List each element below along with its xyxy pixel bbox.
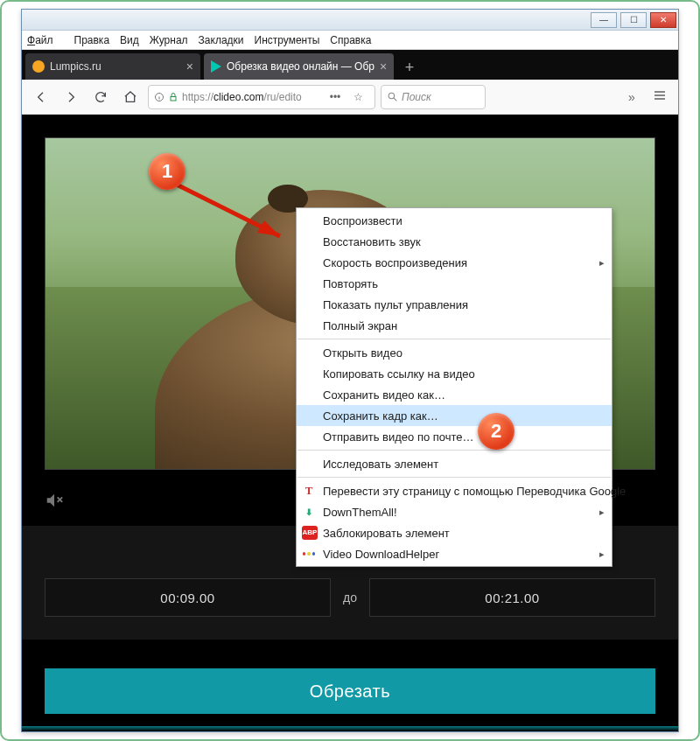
menu-history[interactable]: Журнал [150, 34, 188, 46]
context-menu-item[interactable]: Video DownloadHelper [297, 543, 612, 564]
new-tab-button[interactable]: + [397, 55, 422, 80]
menu-bar: Файл Правка Вид Журнал Закладки Инструме… [22, 31, 678, 50]
hamburger-menu-button[interactable] [648, 88, 671, 106]
context-menu-item[interactable]: Сохранить видео как… [297, 384, 612, 405]
mute-icon[interactable] [45, 491, 64, 514]
context-menu-separator [298, 450, 611, 451]
window-close-button[interactable]: ✕ [650, 12, 676, 28]
context-menu-label: Заблокировать элемент [323, 527, 450, 540]
menu-bookmarks[interactable]: Закладки [199, 34, 244, 46]
info-icon [154, 92, 164, 102]
menu-help[interactable]: Справка [330, 34, 371, 46]
context-menu-item[interactable]: TПеревести эту страницу с помощью Перево… [297, 480, 612, 501]
window-titlebar: — ☐ ✕ [22, 10, 678, 31]
favicon-icon [32, 60, 45, 73]
context-menu-item[interactable]: Восстановить звук [297, 231, 612, 252]
address-bar[interactable]: https://clideo.com/ru/edito ••• ☆ [148, 85, 375, 109]
back-button[interactable] [29, 85, 53, 109]
trim-separator-label: до [343, 591, 357, 605]
forward-button[interactable] [59, 85, 83, 109]
cut-button[interactable]: Обрезать [45, 668, 655, 714]
annotation-badge-1: 1 [149, 153, 186, 190]
context-menu-label: Полный экран [323, 319, 397, 332]
context-menu-item[interactable]: ⬇DownThemAll! [297, 501, 612, 522]
svg-marker-12 [257, 220, 280, 236]
nav-toolbar: https://clideo.com/ru/edito ••• ☆ Поиск … [22, 80, 678, 115]
context-menu-label: Сохранить кадр как… [323, 409, 438, 423]
context-menu-item[interactable]: Воспроизвести [297, 210, 612, 231]
t-icon: T [302, 484, 316, 498]
annotation-arrow [166, 175, 306, 254]
context-menu-item[interactable]: Копировать ссылку на видео [297, 363, 612, 384]
menu-tools[interactable]: Инструменты [255, 34, 320, 46]
context-menu-item[interactable]: Сохранить кадр как… [297, 405, 612, 426]
context-menu-label: Video DownloadHelper [323, 548, 439, 561]
favicon-icon [211, 60, 221, 73]
annotation-badge-2: 2 [478, 413, 514, 450]
menu-file[interactable]: Файл [27, 34, 64, 46]
window-maximize-button[interactable]: ☐ [620, 12, 647, 28]
context-menu-item[interactable]: Скорость воспроизведения [297, 252, 612, 273]
search-icon [387, 91, 398, 102]
lock-icon [168, 92, 178, 102]
vdh-icon [302, 547, 316, 561]
context-menu-label: Воспроизвести [323, 214, 402, 227]
tab-clideo[interactable]: Обрезка видео онлайн — Обр × [204, 53, 394, 80]
context-menu-label: DownThemAll! [323, 506, 397, 519]
context-menu-label: Копировать ссылку на видео [323, 367, 475, 381]
context-menu-label: Исследовать элемент [323, 458, 438, 471]
context-menu-item[interactable]: Полный экран [297, 315, 612, 336]
context-menu-label: Восстановить звук [323, 235, 421, 248]
bookmark-star-icon[interactable]: ☆ [346, 91, 369, 103]
reload-button[interactable] [88, 85, 113, 109]
context-menu-label: Повторять [323, 277, 378, 290]
context-menu-item[interactable]: Отправить видео по почте… [297, 426, 612, 447]
context-menu-label: Отправить видео по почте… [323, 430, 474, 444]
menu-edit[interactable]: Правка [74, 34, 110, 46]
context-menu-label: Открыть видео [323, 346, 402, 360]
svg-line-5 [394, 98, 396, 101]
tab-title: Lumpics.ru [50, 60, 181, 73]
context-menu-label: Перевести эту страницу с помощью Перевод… [323, 485, 626, 498]
svg-rect-3 [171, 96, 176, 101]
context-menu-label: Сохранить видео как… [323, 388, 445, 402]
tab-lumpics[interactable]: Lumpics.ru × [25, 53, 200, 80]
context-menu-item[interactable]: ABPЗаблокировать элемент [297, 522, 612, 543]
tab-strip: Lumpics.ru × Обрезка видео онлайн — Обр … [22, 50, 678, 80]
menu-view[interactable]: Вид [120, 34, 139, 46]
svg-point-4 [388, 93, 395, 99]
context-menu-item[interactable]: Исследовать элемент [297, 453, 612, 474]
url-text: https://clideo.com/ru/edito [182, 91, 302, 103]
trim-start-input[interactable]: 00:09.00 [45, 578, 331, 617]
context-menu-label: Скорость воспроизведения [323, 256, 467, 269]
search-box[interactable]: Поиск [381, 85, 486, 109]
context-menu-separator [298, 477, 611, 478]
context-menu-item[interactable]: Открыть видео [297, 342, 612, 363]
context-menu-label: Показать пульт управления [323, 298, 468, 311]
window-minimize-button[interactable]: — [591, 12, 617, 28]
context-menu-separator [298, 339, 611, 339]
home-button[interactable] [118, 85, 143, 109]
context-menu-item[interactable]: Повторять [297, 273, 612, 294]
search-placeholder: Поиск [402, 91, 431, 103]
context-menu-item[interactable]: Показать пульт управления [297, 294, 612, 315]
abp-icon: ABP [302, 526, 318, 540]
tab-close-icon[interactable]: × [380, 59, 387, 73]
page-actions-icon[interactable]: ••• [324, 91, 346, 103]
video-context-menu: ВоспроизвестиВосстановить звукСкорость в… [296, 207, 612, 567]
overflow-chevron-icon[interactable]: » [620, 90, 643, 104]
trim-end-input[interactable]: 00:21.00 [369, 578, 655, 617]
tab-close-icon[interactable]: × [186, 59, 193, 73]
dta-icon: ⬇ [302, 505, 316, 519]
tab-title: Обрезка видео онлайн — Обр [227, 60, 374, 73]
